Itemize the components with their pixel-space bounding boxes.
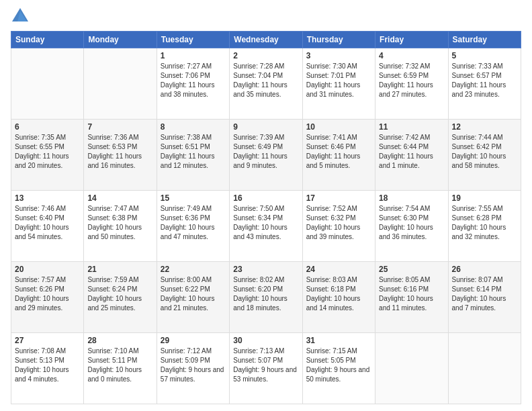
day-detail: Sunrise: 8:00 AMSunset: 6:22 PMDaylight:… [161,275,226,313]
calendar-cell: 28Sunrise: 7:10 AMSunset: 5:11 PMDayligh… [84,333,157,404]
calendar-cell: 10Sunrise: 7:41 AMSunset: 6:46 PMDayligh… [302,120,375,191]
calendar-week-4: 20Sunrise: 7:57 AMSunset: 6:26 PMDayligh… [11,262,521,333]
day-detail: Sunrise: 7:57 AMSunset: 6:26 PMDaylight:… [15,275,80,313]
calendar-cell: 29Sunrise: 7:12 AMSunset: 5:09 PMDayligh… [157,333,229,404]
day-number: 14 [87,193,152,203]
day-number: 18 [379,193,444,203]
calendar-cell: 2Sunrise: 7:28 AMSunset: 7:04 PMDaylight… [230,48,302,120]
calendar-cell: 24Sunrise: 8:03 AMSunset: 6:18 PMDayligh… [302,262,375,333]
day-detail: Sunrise: 7:50 AMSunset: 6:34 PMDaylight:… [233,204,298,242]
day-number: 23 [233,265,298,274]
weekday-header-tuesday: Tuesday [157,32,229,48]
calendar-cell: 11Sunrise: 7:42 AMSunset: 6:44 PMDayligh… [375,120,448,191]
calendar-cell: 18Sunrise: 7:54 AMSunset: 6:30 PMDayligh… [375,191,448,262]
calendar-cell: 26Sunrise: 8:07 AMSunset: 6:14 PMDayligh… [448,262,521,333]
day-number: 31 [306,336,371,345]
calendar-cell: 16Sunrise: 7:50 AMSunset: 6:34 PMDayligh… [230,191,302,262]
day-detail: Sunrise: 7:28 AMSunset: 7:04 PMDaylight:… [233,62,298,99]
calendar-week-2: 6Sunrise: 7:35 AMSunset: 6:55 PMDaylight… [11,120,521,191]
calendar-cell: 23Sunrise: 8:02 AMSunset: 6:20 PMDayligh… [230,262,302,333]
calendar-cell: 8Sunrise: 7:38 AMSunset: 6:51 PMDaylight… [157,120,229,191]
calendar-table: SundayMondayTuesdayWednesdayThursdayFrid… [11,31,521,404]
day-number: 3 [306,51,371,60]
day-detail: Sunrise: 8:02 AMSunset: 6:20 PMDaylight:… [233,275,298,313]
day-number: 22 [161,265,226,274]
weekday-header-thursday: Thursday [302,32,375,48]
calendar-cell: 14Sunrise: 7:47 AMSunset: 6:38 PMDayligh… [84,191,157,262]
day-number: 13 [15,193,80,203]
day-detail: Sunrise: 7:55 AMSunset: 6:28 PMDaylight:… [452,204,517,242]
day-number: 26 [452,265,517,274]
day-number: 27 [15,336,80,345]
calendar-cell: 25Sunrise: 8:05 AMSunset: 6:16 PMDayligh… [375,262,448,333]
logo-icon [11,7,30,26]
day-detail: Sunrise: 8:07 AMSunset: 6:14 PMDaylight:… [452,275,517,313]
calendar-cell [448,333,521,404]
weekday-header-sunday: Sunday [11,32,84,48]
day-detail: Sunrise: 7:42 AMSunset: 6:44 PMDaylight:… [379,133,444,171]
day-number: 20 [15,265,80,274]
day-detail: Sunrise: 7:27 AMSunset: 7:06 PMDaylight:… [161,62,226,99]
day-detail: Sunrise: 7:44 AMSunset: 6:42 PMDaylight:… [452,133,517,171]
logo [11,7,32,26]
day-detail: Sunrise: 7:15 AMSunset: 5:05 PMDaylight:… [306,347,371,384]
day-detail: Sunrise: 8:03 AMSunset: 6:18 PMDaylight:… [306,275,371,313]
day-detail: Sunrise: 7:49 AMSunset: 6:36 PMDaylight:… [161,204,226,242]
calendar-cell: 30Sunrise: 7:13 AMSunset: 5:07 PMDayligh… [230,333,302,404]
day-number: 9 [233,122,298,132]
calendar-week-5: 27Sunrise: 7:08 AMSunset: 5:13 PMDayligh… [11,333,521,404]
day-number: 5 [452,51,517,60]
day-detail: Sunrise: 7:38 AMSunset: 6:51 PMDaylight:… [161,133,226,171]
calendar-cell: 17Sunrise: 7:52 AMSunset: 6:32 PMDayligh… [302,191,375,262]
calendar-cell: 15Sunrise: 7:49 AMSunset: 6:36 PMDayligh… [157,191,229,262]
day-number: 24 [306,265,371,274]
day-detail: Sunrise: 7:10 AMSunset: 5:11 PMDaylight:… [87,347,152,384]
day-number: 21 [87,265,152,274]
day-detail: Sunrise: 7:52 AMSunset: 6:32 PMDaylight:… [306,204,371,242]
day-number: 30 [233,336,298,345]
day-detail: Sunrise: 7:30 AMSunset: 7:01 PMDaylight:… [306,62,371,99]
calendar-cell [84,48,157,120]
calendar-cell: 19Sunrise: 7:55 AMSunset: 6:28 PMDayligh… [448,191,521,262]
weekday-header-wednesday: Wednesday [230,32,302,48]
calendar-cell: 7Sunrise: 7:36 AMSunset: 6:53 PMDaylight… [84,120,157,191]
calendar-cell: 1Sunrise: 7:27 AMSunset: 7:06 PMDaylight… [157,48,229,120]
day-detail: Sunrise: 7:33 AMSunset: 6:57 PMDaylight:… [452,62,517,99]
calendar-cell: 9Sunrise: 7:39 AMSunset: 6:49 PMDaylight… [230,120,302,191]
calendar-cell: 12Sunrise: 7:44 AMSunset: 6:42 PMDayligh… [448,120,521,191]
page-header [11,7,521,26]
day-number: 10 [306,122,371,132]
day-number: 28 [87,336,152,345]
day-number: 11 [379,122,444,132]
calendar-week-1: 1Sunrise: 7:27 AMSunset: 7:06 PMDaylight… [11,48,521,120]
day-detail: Sunrise: 7:59 AMSunset: 6:24 PMDaylight:… [87,275,152,313]
calendar-cell: 5Sunrise: 7:33 AMSunset: 6:57 PMDaylight… [448,48,521,120]
day-detail: Sunrise: 7:39 AMSunset: 6:49 PMDaylight:… [233,133,298,171]
calendar-week-3: 13Sunrise: 7:46 AMSunset: 6:40 PMDayligh… [11,191,521,262]
weekday-header-monday: Monday [84,32,157,48]
day-number: 6 [15,122,80,132]
day-number: 19 [452,193,517,203]
day-detail: Sunrise: 7:47 AMSunset: 6:38 PMDaylight:… [87,204,152,242]
calendar-header-row: SundayMondayTuesdayWednesdayThursdayFrid… [11,32,521,48]
calendar-cell: 31Sunrise: 7:15 AMSunset: 5:05 PMDayligh… [302,333,375,404]
calendar-cell: 22Sunrise: 8:00 AMSunset: 6:22 PMDayligh… [157,262,229,333]
calendar-cell: 27Sunrise: 7:08 AMSunset: 5:13 PMDayligh… [11,333,84,404]
day-number: 12 [452,122,517,132]
day-detail: Sunrise: 8:05 AMSunset: 6:16 PMDaylight:… [379,275,444,313]
day-number: 7 [87,122,152,132]
day-number: 1 [161,51,226,60]
day-detail: Sunrise: 7:13 AMSunset: 5:07 PMDaylight:… [233,347,298,384]
day-detail: Sunrise: 7:54 AMSunset: 6:30 PMDaylight:… [379,204,444,242]
calendar-cell: 6Sunrise: 7:35 AMSunset: 6:55 PMDaylight… [11,120,84,191]
weekday-header-saturday: Saturday [448,32,521,48]
weekday-header-friday: Friday [375,32,448,48]
day-detail: Sunrise: 7:12 AMSunset: 5:09 PMDaylight:… [161,347,226,384]
calendar-cell: 13Sunrise: 7:46 AMSunset: 6:40 PMDayligh… [11,191,84,262]
day-detail: Sunrise: 7:08 AMSunset: 5:13 PMDaylight:… [15,347,80,384]
calendar-cell [375,333,448,404]
day-number: 15 [161,193,226,203]
calendar-cell: 20Sunrise: 7:57 AMSunset: 6:26 PMDayligh… [11,262,84,333]
day-number: 17 [306,193,371,203]
day-number: 16 [233,193,298,203]
